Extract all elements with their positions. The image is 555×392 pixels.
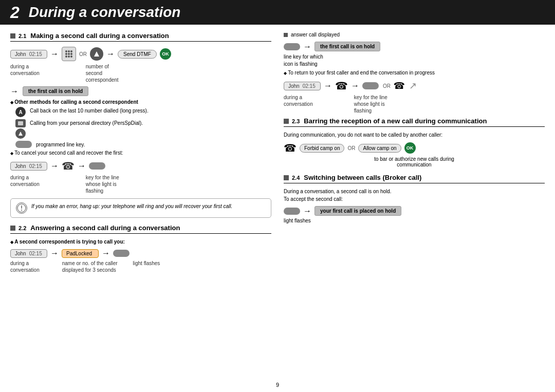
svg-point-2 (70, 50, 72, 52)
section-21-bullet (10, 33, 15, 39)
s21-note1-text: Call back on the last 10 number dialled … (30, 107, 149, 114)
s21-arrow2: → (106, 49, 115, 59)
s22-captions: during aconversation name or no. of the … (10, 260, 271, 273)
s22-display-name: John (15, 251, 26, 256)
s22-answer-sq (284, 33, 288, 37)
s22-incoming-text: PadLocked (66, 251, 92, 256)
s22-return-arrow2: → (351, 81, 359, 90)
s21-cancel-linekey (89, 162, 105, 170)
page: 2 During a conversation 2.1 Making a sec… (0, 0, 555, 392)
s22-answer-section: answer call displayed → the first call i… (284, 32, 545, 114)
s21-cancel-arrow1: → (50, 161, 59, 171)
s21-handset-icon: ☎ (62, 160, 75, 172)
s21-cancel-display: John 02:15 (10, 162, 47, 171)
section-24-header: 2.4 Switching between calls (Broker call… (284, 174, 545, 183)
s22-return-caption1: during aconversation (284, 94, 313, 114)
section-22-bullet (10, 226, 15, 231)
s22-caption1: during aconversation (10, 260, 40, 273)
s22-diagram-row1: John 02:15 → PadLocked → (10, 249, 271, 258)
s23-phone-icon: ☎ (284, 142, 297, 154)
s22-answer-label: answer call displayed (291, 32, 340, 38)
s22-answer-arrow: → (303, 42, 311, 51)
section-24-title: Switching between calls (Broker call) (304, 174, 421, 181)
s21-or-label: OR (79, 51, 87, 57)
s21-note2-icon1 (15, 119, 26, 127)
section-23-header: 2.3 Barring the reception of a new call … (284, 117, 545, 127)
s24-arrow: → (303, 207, 311, 216)
s24-diagram: → your first call is placed on hold (284, 206, 545, 216)
s22-return-name: John (288, 83, 300, 89)
s22-display-time: 02:15 (29, 251, 42, 256)
s21-note2-nav (15, 128, 26, 139)
svg-marker-9 (94, 51, 99, 57)
s22-answer-linekey (284, 43, 300, 50)
svg-point-5 (70, 53, 72, 55)
s21-display-time: 02:15 (29, 51, 42, 57)
page-number: 9 (0, 380, 555, 392)
s22-return-end: ↗ (409, 80, 417, 91)
s21-cancel-time: 02:15 (29, 163, 42, 169)
s22-return-linekey (362, 82, 379, 89)
s22-return-hangup: ☎ (394, 80, 405, 91)
s21-info-icon (16, 202, 27, 214)
section-23-title: Barring the reception of a new call duri… (304, 117, 487, 125)
s21-cancel-arrow2: → (78, 161, 86, 171)
s21-hold-box: the first call is on hold (23, 86, 88, 96)
s24-hold-box: your first call is placed on hold (314, 206, 401, 216)
section-24: 2.4 Switching between calls (Broker call… (284, 174, 545, 223)
section-21-title: Making a second call during a conversati… (30, 32, 169, 40)
s24-desc2: To accept the second call: (284, 196, 545, 202)
svg-point-7 (68, 55, 70, 58)
s21-display: John 02:15 (10, 50, 47, 59)
s22-display: John 02:15 (10, 249, 47, 258)
s21-note3-text: programmed line key. (36, 141, 85, 147)
svg-point-0 (65, 50, 67, 52)
section-23-bullet (284, 119, 289, 124)
s21-cancel-bullet: To cancel your second call and recover t… (10, 150, 271, 156)
s21-send-pill: Send DTMF (118, 50, 157, 59)
page-header: 2 During a conversation (0, 0, 555, 25)
right-column: answer call displayed → the first call i… (284, 32, 545, 375)
s22-caption3: light flashes (133, 260, 160, 273)
s22-answer-diagram: → the first call is on hold (284, 42, 545, 51)
s21-note2-icons (15, 119, 26, 139)
s21-nav-key (90, 47, 103, 61)
section-24-bullet (284, 175, 289, 180)
s22-arrow2: → (102, 249, 110, 258)
svg-point-3 (65, 53, 67, 55)
svg-point-4 (68, 53, 70, 55)
main-columns: 2.1 Making a second call during a conver… (0, 25, 555, 380)
s21-info-box: If you make an error, hang up: your tele… (10, 198, 271, 218)
s21-cancel-captions: during aconversation key for the linewho… (10, 174, 271, 194)
svg-point-1 (68, 50, 70, 52)
s22-return-time: 02:15 (303, 83, 316, 89)
s22-return-diagram: John 02:15 → ☎ → OR ☎ ↗ (284, 80, 545, 92)
s23-desc: During communication, you do not want to… (284, 132, 545, 138)
s21-cancel-caption1: during aconversation (10, 174, 40, 194)
s23-allow-pill: Allow camp on (358, 144, 401, 153)
s21-diagram-row1: John 02:15 → OR → Send DTMF OK (10, 47, 271, 61)
section-21-num: 2.1 (18, 33, 26, 39)
s22-return-display: John 02:15 (284, 82, 321, 90)
s22-arrow1: → (50, 249, 59, 258)
s21-cancel-caption2: key for the linewhose light isflashing (86, 174, 119, 194)
section-22-header: 2.2 Answering a second call during a con… (10, 224, 271, 234)
s21-cancel-name: John (15, 163, 26, 169)
s21-caption2: number ofsecondcorrespondent (86, 63, 119, 83)
s23-forbid-pill: Forbid camp on (300, 144, 344, 153)
svg-point-6 (65, 55, 67, 58)
s22-return-arrow1: → (324, 81, 332, 90)
s23-diagram: ☎ Forbid camp on OR Allow camp on OK (284, 142, 545, 154)
s21-note-list: A Call back on the last 10 number dialle… (15, 107, 271, 148)
s23-caption: to bar or authorize new calls duringcomm… (284, 156, 545, 167)
s21-note2: Calling from your personal directory (Pe… (15, 119, 271, 139)
s22-return-captions: during aconversation key for the linewho… (284, 94, 545, 114)
section-23-num: 2.3 (292, 118, 300, 124)
s21-display-name: John (15, 51, 26, 57)
s21-other-bullet: Other methods for calling a second corre… (10, 99, 271, 105)
s22-incoming-display: PadLocked (62, 249, 99, 258)
s21-note1: A Call back on the last 10 number dialle… (15, 107, 271, 117)
section-24-num: 2.4 (292, 175, 300, 181)
section-21-header: 2.1 Making a second call during a conver… (10, 32, 271, 42)
section-21: 2.1 Making a second call during a conver… (10, 32, 271, 218)
